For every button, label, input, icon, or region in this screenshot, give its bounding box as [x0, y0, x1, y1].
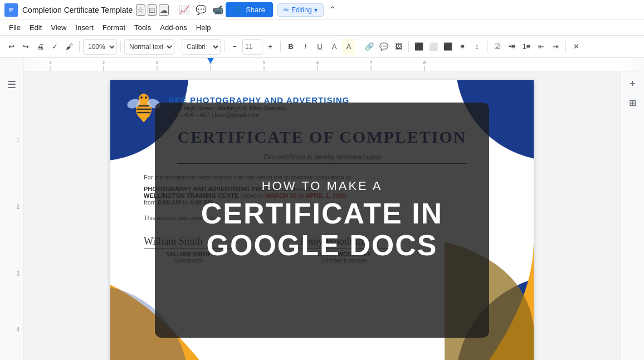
underline-button[interactable]: U: [313, 39, 326, 55]
italic-button[interactable]: I: [299, 39, 312, 55]
svg-text:1: 1: [49, 60, 52, 65]
svg-text:2: 2: [103, 60, 105, 65]
align-center-button[interactable]: ⬜: [427, 39, 440, 55]
menu-file[interactable]: File: [4, 20, 25, 36]
overlay-subtitle: HOW TO MAKE A: [262, 179, 383, 193]
menu-insert[interactable]: Insert: [71, 20, 98, 36]
increase-indent-button[interactable]: ⇥: [549, 39, 562, 55]
line-spacing-button[interactable]: ↕: [470, 39, 484, 55]
star-button[interactable]: ☆: [136, 4, 145, 16]
menu-tools[interactable]: Tools: [130, 20, 155, 36]
svg-rect-2: [9, 9, 13, 10]
svg-point-30: [140, 96, 143, 99]
ruler: 1 2 3 4 5 6 7 8: [23, 58, 644, 71]
link-button[interactable]: 🔗: [363, 39, 376, 55]
menu-view[interactable]: View: [46, 20, 71, 36]
toolbar-separator-9: [565, 41, 566, 52]
zoom-select[interactable]: 100%: [83, 39, 117, 55]
print-button[interactable]: 🖨: [33, 39, 47, 55]
highlight-button[interactable]: A: [342, 39, 355, 55]
bullet-list-button[interactable]: •≡: [505, 39, 519, 55]
svg-rect-1: [9, 8, 13, 9]
page-break-button[interactable]: ⊞: [625, 95, 641, 110]
style-select[interactable]: Normal text: [124, 39, 174, 55]
numbered-list-button[interactable]: 1≡: [520, 39, 533, 55]
share-icon: 👤: [233, 6, 242, 14]
toolbar-separator-8: [487, 41, 487, 52]
clear-format-button[interactable]: ✕: [569, 39, 583, 55]
toolbar-separator-1: [79, 41, 80, 52]
app-icon: [4, 3, 18, 17]
left-sidebar: ☰ 1 2 3 4 5 6: [0, 71, 23, 360]
outline-button[interactable]: ☰: [4, 77, 19, 93]
svg-text:6: 6: [316, 60, 319, 65]
svg-point-31: [145, 96, 147, 99]
doc-area[interactable]: BEE PHOTOGRAPHY AND ADVERTISING 4589 Hig…: [23, 71, 621, 360]
font-select[interactable]: Calibri: [182, 39, 221, 55]
paint-format-button[interactable]: 🖌: [62, 39, 76, 55]
svg-text:5: 5: [263, 60, 266, 65]
checklist-button[interactable]: ☑: [491, 39, 504, 55]
ruler-area: 1 2 3 4 5 6 7 8: [0, 58, 644, 71]
spellcheck-button[interactable]: ✓: [48, 39, 61, 55]
comment-button[interactable]: 💬: [377, 39, 391, 55]
toolbar-separator-2: [120, 41, 121, 52]
toolbar-separator-7: [408, 41, 409, 52]
align-left-button[interactable]: ⬛: [412, 39, 426, 55]
page-num-1: 1: [16, 137, 19, 143]
svg-text:8: 8: [423, 60, 426, 65]
text-color-button[interactable]: A: [328, 39, 341, 55]
image-button[interactable]: 🖼: [392, 39, 405, 55]
svg-text:3: 3: [156, 60, 159, 65]
menu-bar: File Edit View Insert Format Tools Add-o…: [0, 20, 644, 36]
decrease-font-button[interactable]: −: [228, 39, 241, 55]
page-num-4: 4: [16, 327, 19, 333]
share-button[interactable]: 👤 Share: [226, 2, 273, 17]
increase-font-button[interactable]: +: [264, 39, 277, 55]
redo-button[interactable]: ↪: [19, 39, 32, 55]
doc-title: Completion Certificate Template: [22, 6, 133, 14]
bold-button[interactable]: B: [284, 39, 297, 55]
menu-edit[interactable]: Edit: [25, 20, 46, 36]
search-insights-button[interactable]: 📈: [177, 2, 192, 18]
svg-point-29: [139, 94, 149, 104]
menu-help[interactable]: Help: [192, 20, 216, 36]
menu-format[interactable]: Format: [98, 20, 130, 36]
pencil-icon: ✏: [284, 6, 289, 14]
overlay-title: CERTIFICATE IN GOOGLE DOCS: [155, 198, 489, 261]
top-bar: Completion Certificate Template ☆ ⊡ ☁ 📈 …: [0, 0, 644, 20]
toolbar-separator-6: [359, 41, 359, 52]
chevron-down-icon: ▾: [314, 6, 318, 14]
cloud-button[interactable]: ☁: [159, 4, 169, 16]
decrease-indent-button[interactable]: ⇤: [534, 39, 548, 55]
editing-button[interactable]: ✏ Editing ▾: [277, 3, 324, 17]
main-content: ☰ 1 2 3 4 5 6: [0, 71, 644, 360]
drive-button[interactable]: ⊡: [148, 4, 157, 16]
svg-rect-3: [9, 11, 12, 11]
align-right-button[interactable]: ⬛: [441, 39, 455, 55]
expand-button[interactable]: ⌃: [325, 2, 340, 18]
comments-button[interactable]: 💬: [193, 2, 209, 18]
toolbar-separator-5: [280, 41, 281, 52]
justify-button[interactable]: ≡: [456, 39, 469, 55]
font-size-input[interactable]: [242, 39, 262, 55]
page-num-2: 2: [16, 204, 19, 210]
toolbar-separator-4: [224, 41, 225, 52]
dark-overlay: HOW TO MAKE A CERTIFICATE IN GOOGLE DOCS: [155, 103, 489, 338]
doc-page: BEE PHOTOGRAPHY AND ADVERTISING 4589 Hig…: [110, 80, 534, 360]
svg-marker-38: [141, 119, 147, 122]
toolbar: ↩ ↪ 🖨 ✓ 🖌 100% Normal text Calibri − + B…: [0, 36, 644, 58]
svg-marker-20: [207, 58, 214, 64]
zoom-in-button[interactable]: +: [625, 76, 641, 91]
menu-addons[interactable]: Add-ons: [155, 20, 191, 36]
meet-button[interactable]: 📹: [210, 2, 226, 18]
undo-button[interactable]: ↩: [4, 39, 18, 55]
top-bar-right: 📈 💬 📹 👤 Share ✏ Editing ▾ ⌃: [175, 2, 340, 18]
svg-text:7: 7: [370, 60, 373, 65]
page-num-3: 3: [16, 271, 19, 277]
right-sidebar: + ⊞: [621, 71, 644, 360]
toolbar-separator-3: [178, 41, 178, 52]
